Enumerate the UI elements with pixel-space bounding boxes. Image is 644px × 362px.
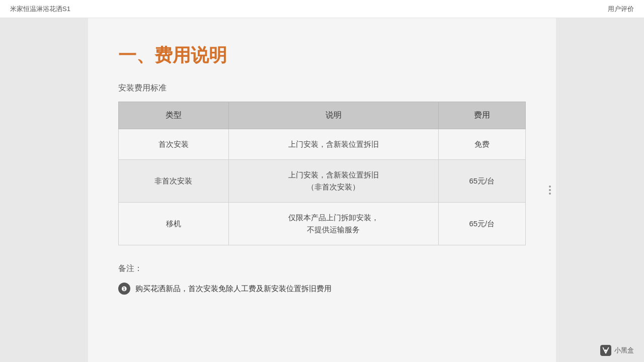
main-wrapper: 一、费用说明 安装费用标准 类型 说明 费用 首次安装上门安装，含新装位置拆旧免… xyxy=(0,18,644,362)
cell-fee-0: 免费 xyxy=(438,129,525,160)
scrollbar-dot-3 xyxy=(549,193,551,195)
sub-heading: 安装费用标准 xyxy=(118,83,526,94)
cell-desc-0: 上门安装，含新装位置拆旧 xyxy=(228,129,438,160)
brand-icon xyxy=(600,345,611,356)
nav-user-review[interactable]: 用户评价 xyxy=(608,5,634,14)
nav-title: 米家恒温淋浴花洒S1 xyxy=(10,5,70,14)
cell-type-1: 非首次安装 xyxy=(119,160,229,203)
brand-name: 小黑盒 xyxy=(614,346,634,355)
content-card: 一、费用说明 安装费用标准 类型 说明 费用 首次安装上门安装，含新装位置拆旧免… xyxy=(88,18,556,362)
scrollbar-indicator xyxy=(549,186,551,195)
cell-desc-2: 仅限本产品上门拆卸安装，不提供运输服务 xyxy=(228,203,438,245)
table-row: 移机仅限本产品上门拆卸安装，不提供运输服务65元/台 xyxy=(119,203,526,245)
scrollbar-dot-1 xyxy=(549,186,551,188)
cell-fee-2: 65元/台 xyxy=(438,203,525,245)
note-item-1: ❶ 购买花洒新品，首次安装免除人工费及新安装位置拆旧费用 xyxy=(118,282,526,295)
section-heading: 一、费用说明 xyxy=(118,43,526,68)
cell-fee-1: 65元/台 xyxy=(438,160,525,203)
cell-type-0: 首次安装 xyxy=(119,129,229,160)
cell-type-2: 移机 xyxy=(119,203,229,245)
col-header-fee: 费用 xyxy=(438,102,525,129)
fee-table: 类型 说明 费用 首次安装上门安装，含新装位置拆旧免费非首次安装上门安装，含新装… xyxy=(118,102,526,245)
scrollbar-dot-2 xyxy=(549,189,551,191)
svg-point-1 xyxy=(605,349,607,351)
table-header-row: 类型 说明 费用 xyxy=(119,102,526,129)
cell-desc-1: 上门安装，含新装位置拆旧（非首次安装） xyxy=(228,160,438,203)
nav-bar: 米家恒温淋浴花洒S1 用户评价 xyxy=(0,0,644,18)
notes-heading: 备注： xyxy=(118,263,526,274)
brand-watermark: 小黑盒 xyxy=(600,345,634,356)
table-row: 非首次安装上门安装，含新装位置拆旧（非首次安装）65元/台 xyxy=(119,160,526,203)
table-row: 首次安装上门安装，含新装位置拆旧免费 xyxy=(119,129,526,160)
col-header-type: 类型 xyxy=(119,102,229,129)
col-header-desc: 说明 xyxy=(228,102,438,129)
note-number-1: ❶ xyxy=(118,283,130,295)
note-text-1: 购买花洒新品，首次安装免除人工费及新安装位置拆旧费用 xyxy=(135,282,332,295)
